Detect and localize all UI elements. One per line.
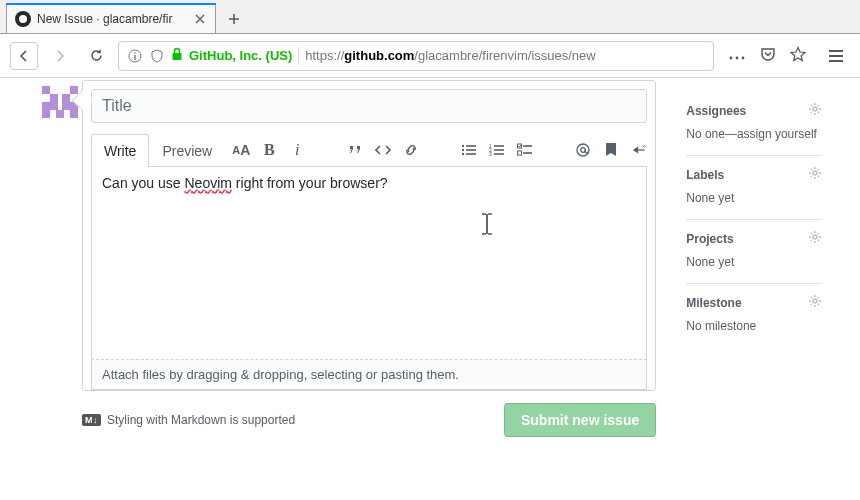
browser-tab-bar: New Issue · glacambre/fir: [0, 0, 860, 34]
page-actions-icon[interactable]: [728, 47, 746, 65]
issue-title-input[interactable]: [91, 89, 647, 123]
svg-point-38: [813, 171, 817, 175]
new-issue-form: Write Preview AA B i: [82, 80, 656, 391]
quote-icon[interactable]: [347, 142, 363, 158]
lock-icon: [171, 47, 183, 64]
back-button[interactable]: [10, 42, 38, 70]
svg-rect-13: [50, 102, 58, 110]
browser-toolbar: GitHub, Inc. (US) https://github.com/gla…: [0, 34, 860, 78]
svg-point-35: [577, 144, 589, 156]
svg-rect-14: [62, 102, 70, 110]
assignees-gear-icon[interactable]: [808, 102, 822, 119]
svg-point-37: [813, 107, 817, 111]
milestone-heading: Milestone: [686, 296, 741, 310]
svg-rect-22: [466, 149, 476, 151]
tab-title: New Issue · glacambre/fir: [37, 12, 187, 26]
projects-heading: Projects: [686, 232, 733, 246]
svg-rect-10: [50, 94, 58, 102]
url-bar[interactable]: GitHub, Inc. (US) https://github.com/gla…: [118, 41, 714, 71]
write-tab[interactable]: Write: [91, 134, 149, 167]
pocket-icon[interactable]: [760, 46, 776, 66]
svg-point-5: [736, 56, 739, 59]
svg-rect-20: [466, 145, 476, 147]
labels-gear-icon[interactable]: [808, 166, 822, 183]
forward-button[interactable]: [46, 42, 74, 70]
new-tab-button[interactable]: [220, 5, 248, 33]
url-text: https://github.com/glacambre/firenvim/is…: [305, 48, 595, 63]
svg-point-1: [134, 52, 136, 54]
preview-tab[interactable]: Preview: [149, 134, 225, 167]
svg-rect-34: [523, 152, 532, 154]
info-icon: [127, 48, 143, 64]
reload-button[interactable]: [82, 42, 110, 70]
svg-point-23: [462, 152, 464, 154]
browser-tab[interactable]: New Issue · glacambre/fir: [6, 3, 216, 33]
submit-new-issue-button[interactable]: Submit new issue: [504, 403, 656, 437]
labels-value: None yet: [686, 191, 822, 205]
svg-point-40: [813, 299, 817, 303]
projects-gear-icon[interactable]: [808, 230, 822, 247]
svg-rect-2: [134, 55, 135, 60]
milestone-gear-icon[interactable]: [808, 294, 822, 311]
svg-point-6: [742, 56, 745, 59]
svg-point-21: [462, 148, 464, 150]
svg-rect-30: [494, 153, 504, 155]
site-identity: GitHub, Inc. (US): [189, 48, 292, 63]
svg-rect-11: [62, 94, 70, 102]
close-tab-icon[interactable]: [193, 12, 207, 26]
svg-point-36: [581, 147, 586, 152]
milestone-value: No milestone: [686, 319, 822, 333]
attach-files-hint[interactable]: Attach files by dragging & dropping, sel…: [91, 359, 647, 390]
markdown-badge-icon: M↓: [82, 414, 101, 426]
code-icon[interactable]: [375, 142, 391, 158]
svg-rect-33: [518, 151, 522, 155]
projects-value: None yet: [686, 255, 822, 269]
issue-sidebar: Assignees No one—assign yourself Labels …: [656, 80, 822, 500]
mention-icon[interactable]: [575, 142, 591, 158]
issue-body-textarea[interactable]: Can you use Neovim right from your brows…: [91, 167, 647, 363]
svg-rect-32: [523, 145, 532, 147]
svg-rect-17: [56, 110, 64, 118]
link-icon[interactable]: [403, 142, 419, 158]
svg-rect-18: [70, 110, 78, 118]
svg-rect-26: [494, 145, 504, 147]
svg-point-39: [813, 235, 817, 239]
svg-rect-8: [42, 86, 50, 94]
reference-icon[interactable]: [631, 142, 647, 158]
tracking-shield-icon: [149, 48, 165, 64]
assignees-value[interactable]: No one—assign yourself: [686, 127, 822, 141]
page-content: Write Preview AA B i: [0, 78, 860, 500]
svg-rect-16: [42, 110, 50, 118]
github-favicon: [15, 11, 31, 27]
browser-menu-button[interactable]: [822, 42, 850, 70]
svg-rect-3: [173, 53, 182, 60]
svg-rect-24: [466, 153, 476, 155]
numbered-list-icon[interactable]: 123: [489, 142, 505, 158]
heading-icon[interactable]: AA: [233, 142, 249, 158]
italic-icon[interactable]: i: [289, 142, 305, 158]
svg-text:3: 3: [489, 151, 492, 157]
urlbar-separator: [298, 47, 299, 65]
svg-rect-12: [42, 102, 50, 110]
svg-point-19: [462, 144, 464, 146]
bold-icon[interactable]: B: [261, 142, 277, 158]
bullet-list-icon[interactable]: [461, 142, 477, 158]
saved-reply-icon[interactable]: [603, 142, 619, 158]
markdown-hint[interactable]: M↓ Styling with Markdown is supported: [82, 413, 295, 427]
svg-rect-9: [70, 86, 78, 94]
assignees-heading: Assignees: [686, 104, 746, 118]
svg-rect-28: [494, 149, 504, 151]
bookmark-star-icon[interactable]: [790, 46, 806, 66]
task-list-icon[interactable]: [517, 142, 533, 158]
labels-heading: Labels: [686, 168, 724, 182]
svg-point-4: [730, 56, 733, 59]
